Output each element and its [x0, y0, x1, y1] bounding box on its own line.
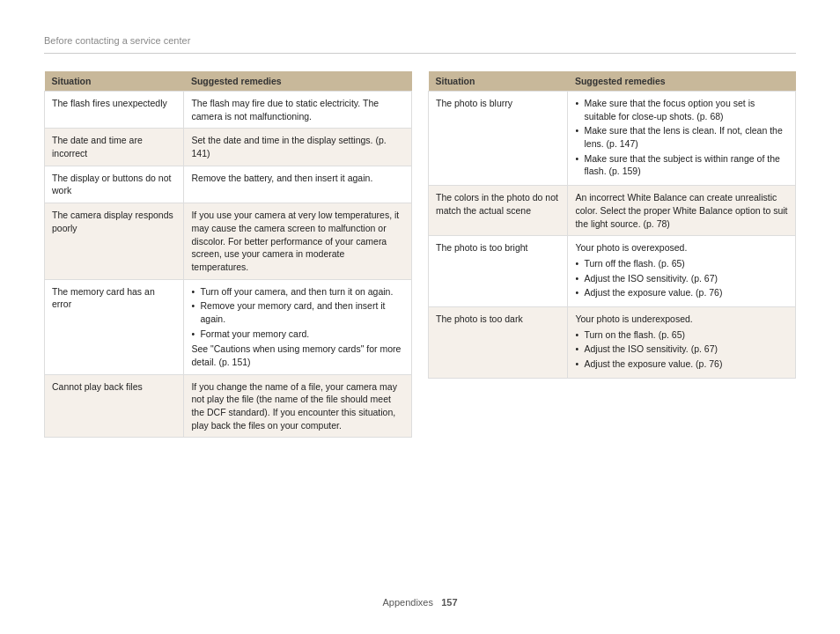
left-remedy-cell: Turn off your camera, and then turn it o… [184, 279, 412, 374]
left-table-section: Situation Suggested remedies The flash f… [44, 71, 412, 576]
left-situation-cell: Cannot play back files [45, 374, 184, 438]
header-title: Before contacting a service center [44, 35, 190, 46]
right-situation-cell: The photo is too bright [429, 236, 568, 307]
tables-row: Situation Suggested remedies The flash f… [44, 71, 796, 576]
list-item: Adjust the ISO sensitivity. (p. 67) [575, 272, 788, 285]
list-item: Make sure that the subject is within ran… [575, 152, 788, 178]
right-situation-cell: The photo is too dark [429, 306, 568, 378]
list-item: Make sure that the focus option you set … [575, 97, 788, 122]
list-item: Turn off the flash. (p. 65) [575, 257, 788, 270]
left-col2-header: Suggested remedies [184, 71, 412, 92]
left-situation-cell: The display or buttons do not work [45, 166, 184, 203]
left-remedy-cell: The flash may fire due to static electri… [184, 92, 412, 129]
footer-label: Appendixes [382, 597, 433, 608]
left-remedy-cell: If you use your camera at very low tempe… [184, 203, 412, 279]
left-situation-cell: The memory card has an error [45, 279, 184, 374]
footer-page-number: 157 [441, 597, 457, 608]
right-col2-header: Suggested remedies [568, 71, 796, 92]
right-remedy-cell: Your photo is underexposed.Turn on the f… [568, 306, 796, 378]
left-situation-cell: The date and time are incorrect [45, 129, 184, 166]
page-footer: Appendixes 157 [44, 592, 796, 608]
list-item: Turn on the flash. (p. 65) [575, 328, 788, 342]
list-item: Adjust the ISO sensitivity. (p. 67) [575, 343, 788, 356]
right-col1-header: Situation [429, 71, 568, 92]
list-item: Make sure that the lens is clean. If not… [575, 124, 788, 150]
left-remedy-cell: If you change the name of a file, your c… [184, 374, 412, 438]
list-item: Adjust the exposure value. (p. 76) [575, 358, 788, 371]
right-table: Situation Suggested remedies The photo i… [428, 71, 796, 379]
list-item: Adjust the exposure value. (p. 76) [575, 286, 788, 299]
list-item: Turn off your camera, and then turn it o… [191, 285, 404, 299]
left-remedy-cell: Set the date and time in the display set… [184, 129, 412, 166]
page-header: Before contacting a service center [44, 35, 796, 54]
right-table-section: Situation Suggested remedies The photo i… [428, 71, 796, 576]
left-remedy-cell: Remove the battery, and then insert it a… [184, 166, 412, 203]
right-situation-cell: The colors in the photo do not match the… [429, 186, 568, 236]
right-remedy-cell: Make sure that the focus option you set … [568, 92, 796, 186]
right-remedy-cell: Your photo is overexposed.Turn off the f… [568, 236, 796, 307]
page-container: Before contacting a service center Situa… [0, 0, 840, 634]
right-situation-cell: The photo is blurry [429, 92, 568, 186]
left-col1-header: Situation [45, 71, 184, 92]
left-table: Situation Suggested remedies The flash f… [44, 71, 412, 438]
list-item: Remove your memory card, and then insert… [191, 299, 404, 325]
list-item: Format your memory card. [191, 328, 404, 341]
left-situation-cell: The flash fires unexpectedly [45, 92, 184, 129]
right-remedy-cell: An incorrect White Balance can create un… [568, 186, 796, 236]
left-situation-cell: The camera display responds poorly [45, 203, 184, 279]
